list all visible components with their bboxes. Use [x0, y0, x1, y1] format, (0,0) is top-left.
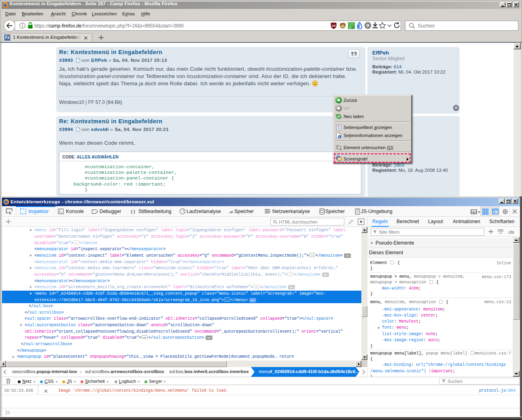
svg-text:10: 10 — [337, 127, 340, 129]
svg-text:uO: uO — [332, 24, 336, 27]
